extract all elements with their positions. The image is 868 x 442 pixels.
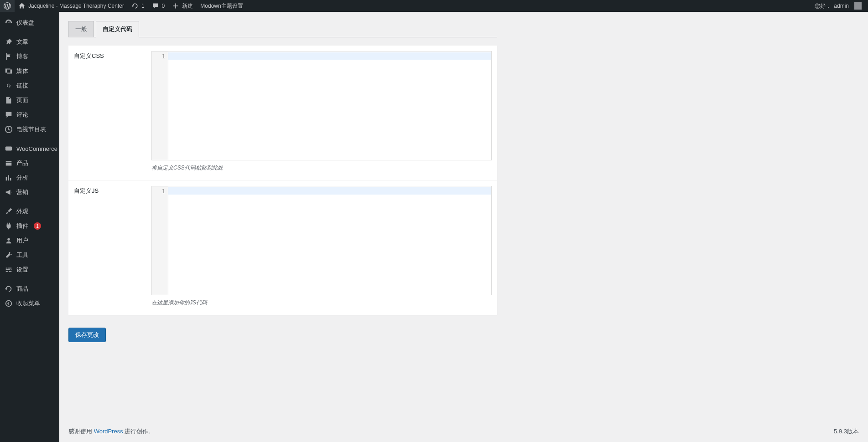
refresh-menu[interactable]: 1 [128,0,148,12]
sidebar-item-label: 收起菜单 [16,299,40,308]
sidebar-item-links[interactable]: 链接 [0,78,59,93]
js-code-area[interactable] [168,186,491,295]
plugin-icon [5,222,13,230]
wrench-icon [5,251,13,259]
site-title: Jacqueline - Massage Theraphy Center [28,3,124,9]
main-content: 一般 自定义代码 自定义CSS 1 将自定义CSS代码粘贴到此处 [59,12,868,442]
sidebar-item-label: 仪表盘 [16,19,34,27]
sidebar-item-label: 博客 [16,52,28,61]
css-description: 将自定义CSS代码粘贴到此处 [151,164,492,172]
sidebar-item-label: 评论 [16,111,28,119]
update-badge: 1 [34,222,41,230]
sidebar-item-tools[interactable]: 工具 [0,248,59,262]
sidebar-item-label: 插件 [16,222,28,230]
username: admin [834,3,849,9]
js-description: 在这里添加你的JS代码 [151,299,492,307]
megaphone-icon [5,188,13,196]
theme-settings-menu[interactable]: Modown主题设置 [197,0,246,12]
settings-tabs: 一般 自定义代码 [68,21,497,37]
comment-icon [152,2,159,10]
sidebar-item-blog[interactable]: 博客 [0,49,59,64]
footer-suffix: 进行创作。 [123,428,155,435]
sidebar-item-label: 文章 [16,38,28,46]
sidebar-item-pages[interactable]: 页面 [0,93,59,108]
account-menu[interactable]: 您好， admin [811,0,865,12]
new-label: 新建 [182,2,193,10]
settings-panel: 自定义CSS 1 将自定义CSS代码粘贴到此处 自定义JS [68,46,497,315]
js-gutter: 1 [152,186,168,295]
admin-footer: 感谢使用 WordPress 进行创作。 5.9.3版本 [59,421,868,442]
sidebar-item-plugins[interactable]: 插件 1 [0,219,59,233]
active-line-highlight [168,187,491,195]
sidebar-item-label: WooCommerce [16,145,57,152]
new-content-menu[interactable]: 新建 [168,0,197,12]
footer-prefix: 感谢使用 [68,428,94,435]
field-custom-css: 自定义CSS 1 将自定义CSS代码粘贴到此处 [68,46,497,180]
sidebar-item-dashboard[interactable]: 仪表盘 [0,15,59,30]
sidebar-item-label: 页面 [16,96,28,104]
tab-general[interactable]: 一般 [68,21,94,37]
sidebar-item-label: 媒体 [16,67,28,75]
active-line-highlight [168,52,491,60]
sidebar-item-label: 用户 [16,236,28,245]
js-code-editor[interactable]: 1 [151,186,492,295]
svg-rect-1 [5,147,12,151]
sidebar-item-users[interactable]: 用户 [0,233,59,248]
sidebar-item-label: 设置 [16,266,28,274]
field-custom-js: 自定义JS 1 在这里添加你的JS代码 [68,180,497,315]
comments-count: 0 [162,3,165,9]
sidebar-item-collapse[interactable]: 收起菜单 [0,296,59,311]
refresh-icon [5,285,13,293]
comments-menu[interactable]: 0 [148,0,169,12]
js-field-label: 自定义JS [74,186,151,307]
sidebar-item-woocommerce[interactable]: WooCommerce [0,141,59,156]
home-icon [18,2,26,10]
media-icon [5,67,13,75]
css-gutter: 1 [152,51,168,160]
sidebar-item-posts[interactable]: 文章 [0,35,59,49]
wp-logo-menu[interactable] [0,0,15,12]
collapse-icon [5,299,13,308]
css-code-area[interactable] [168,51,491,160]
sidebar-item-media[interactable]: 媒体 [0,64,59,78]
sliders-icon [5,266,13,274]
plus-icon [172,2,179,10]
pin-icon [5,38,13,46]
sidebar-item-marketing[interactable]: 营销 [0,185,59,200]
refresh-icon [131,2,139,10]
wordpress-link[interactable]: WordPress [94,428,123,435]
css-code-editor[interactable]: 1 [151,51,492,160]
product-icon [5,159,13,167]
sidebar-item-label: 产品 [16,159,28,167]
sidebar-item-label: 分析 [16,174,28,182]
footer-version: 5.9.3版本 [834,427,859,436]
link-icon [5,82,13,90]
sidebar-item-goods[interactable]: 商品 [0,282,59,296]
sidebar-item-analytics[interactable]: 分析 [0,170,59,185]
admin-bar-left: Jacqueline - Massage Theraphy Center 1 0… [0,0,247,12]
chart-icon [5,174,13,182]
sidebar-item-comments[interactable]: 评论 [0,108,59,122]
greeting: 您好， [815,2,831,10]
footer-thanks: 感谢使用 WordPress 进行创作。 [68,427,154,436]
sidebar-item-label: 外观 [16,207,28,216]
clock-icon [5,125,13,134]
site-name-menu[interactable]: Jacqueline - Massage Theraphy Center [15,0,128,12]
dashboard-icon [5,19,13,27]
flag-icon [5,52,13,61]
sidebar-item-appearance[interactable]: 外观 [0,204,59,219]
sidebar-item-products[interactable]: 产品 [0,156,59,170]
sidebar-item-tv[interactable]: 电视节目表 [0,122,59,137]
avatar [854,2,862,10]
user-icon [5,236,13,245]
sidebar-item-settings[interactable]: 设置 [0,262,59,277]
brush-icon [5,207,13,216]
sidebar-item-label: 电视节目表 [16,125,46,134]
tab-custom-code[interactable]: 自定义代码 [96,21,139,37]
save-button[interactable]: 保存更改 [68,328,106,342]
refresh-count: 1 [141,3,145,9]
woo-icon [5,144,13,153]
sidebar-item-label: 链接 [16,82,28,90]
theme-settings-label: Modown主题设置 [200,2,243,10]
admin-bar-right: 您好， admin [811,0,865,12]
